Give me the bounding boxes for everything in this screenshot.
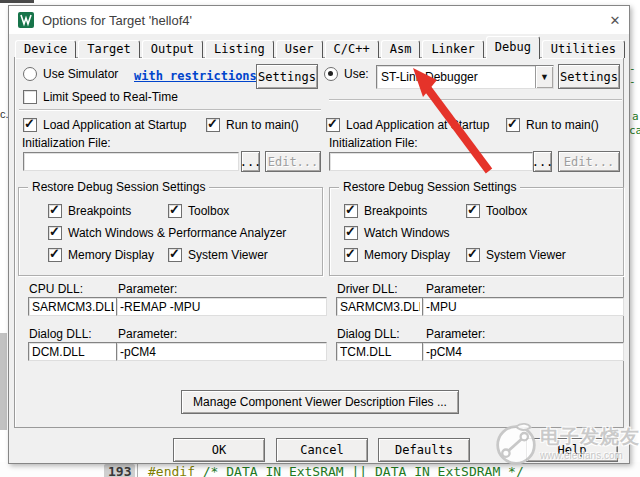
run-to-main-right-checkbox[interactable]: Run to main() xyxy=(506,118,599,132)
tab-output[interactable]: Output xyxy=(142,40,203,58)
init-file-left-input[interactable] xyxy=(23,152,239,171)
dialog-titlebar[interactable]: Options for Target 'hellof4' ✕ xyxy=(9,6,629,34)
code-macro: DATA_IN_ExtSRAM xyxy=(226,464,343,477)
gutter-divider xyxy=(137,462,138,477)
init-file-right-browse-button[interactable]: ... xyxy=(533,151,552,172)
tab-cpp[interactable]: C/C++ xyxy=(325,40,379,58)
init-file-left-browse-button[interactable]: ... xyxy=(241,151,260,172)
background-toolbar-fragment xyxy=(0,0,34,3)
load-app-left-checkbox[interactable]: Load Application at Startup xyxy=(23,118,186,132)
tab-utilities[interactable]: Utilities xyxy=(542,40,625,58)
with-restrictions-link[interactable]: with restrictions xyxy=(134,69,257,83)
driver-dll-label: Driver DLL: xyxy=(337,282,398,296)
group-title: Restore Debug Session Settings xyxy=(339,180,520,194)
watch-windows-right-label: Watch Windows xyxy=(364,226,450,240)
driver-parameter-label: Parameter: xyxy=(426,282,485,296)
tab-user[interactable]: User xyxy=(276,40,323,58)
debugger-settings-button[interactable]: Settings xyxy=(558,64,620,89)
tab-target[interactable]: Target xyxy=(78,40,139,58)
checkbox-box xyxy=(466,204,480,218)
defaults-button[interactable]: Defaults xyxy=(378,438,470,462)
system-viewer-right-checkbox[interactable]: System Viewer xyxy=(466,248,566,262)
code-comment-close: */ xyxy=(508,464,524,477)
chevron-down-icon[interactable]: ▼ xyxy=(535,66,553,88)
checkbox-box xyxy=(48,248,62,262)
driver-dll-input[interactable] xyxy=(336,297,424,316)
use-debugger-radio[interactable]: Use: xyxy=(324,67,369,81)
radio-circle xyxy=(23,67,37,81)
background-code-fragment: ca xyxy=(629,124,640,137)
watch-windows-left-checkbox[interactable]: Watch Windows & Performance Analyzer xyxy=(48,226,286,240)
cpu-parameter-input[interactable] xyxy=(116,297,327,316)
code-operator: || xyxy=(352,464,368,477)
checkbox-box xyxy=(168,204,182,218)
debugger-selected-value: ST-Link Debugger xyxy=(377,70,535,84)
checkbox-box xyxy=(23,90,37,104)
separator xyxy=(19,109,321,110)
ok-button[interactable]: OK xyxy=(173,438,265,462)
system-viewer-left-checkbox[interactable]: System Viewer xyxy=(168,248,268,262)
tab-debug[interactable]: Debug xyxy=(486,36,540,59)
run-to-main-left-checkbox[interactable]: Run to main() xyxy=(206,118,299,132)
limit-speed-label: Limit Speed to Real-Time xyxy=(43,90,178,104)
simulator-settings-button[interactable]: Settings xyxy=(256,64,318,89)
tab-asm[interactable]: Asm xyxy=(381,40,421,58)
background-code-editor-line: 193 #endif /* DATA_IN_ExtSRAM || DATA_IN… xyxy=(0,462,640,477)
toolbox-left-checkbox[interactable]: Toolbox xyxy=(168,204,229,218)
breakpoints-left-label: Breakpoints xyxy=(68,204,131,218)
help-button[interactable]: Help xyxy=(526,438,618,462)
system-viewer-left-label: System Viewer xyxy=(188,248,268,262)
checkbox-box xyxy=(344,226,358,240)
checkbox-box xyxy=(23,118,37,132)
separator xyxy=(329,99,622,100)
breakpoints-right-checkbox[interactable]: Breakpoints xyxy=(344,204,427,218)
use-simulator-label: Use Simulator xyxy=(43,67,118,81)
init-file-left-edit-button: Edit... xyxy=(265,151,321,172)
memory-display-right-checkbox[interactable]: Memory Display xyxy=(344,248,450,262)
driver-parameter-input[interactable] xyxy=(422,297,624,316)
background-code-fragment: a xyxy=(632,110,639,123)
memory-display-left-label: Memory Display xyxy=(68,248,154,262)
cancel-button[interactable]: Cancel xyxy=(276,438,368,462)
toolbox-left-label: Toolbox xyxy=(188,204,229,218)
dialog-parameter-left-input[interactable] xyxy=(116,342,327,361)
checkbox-box xyxy=(326,118,340,132)
watch-windows-left-label: Watch Windows & Performance Analyzer xyxy=(68,226,286,240)
checkbox-box xyxy=(506,118,520,132)
checkbox-box xyxy=(344,248,358,262)
system-viewer-right-label: System Viewer xyxy=(486,248,566,262)
dialog-dll-right-input[interactable] xyxy=(336,342,424,361)
use-simulator-radio[interactable]: Use Simulator xyxy=(23,67,118,81)
tab-listing[interactable]: Listing xyxy=(205,40,274,58)
line-number: 193 xyxy=(104,464,135,477)
memory-display-left-checkbox[interactable]: Memory Display xyxy=(48,248,154,262)
use-label: Use: xyxy=(344,67,369,81)
dialog-dll-right-label: Dialog DLL: xyxy=(337,327,400,341)
cpu-dll-input[interactable] xyxy=(28,297,118,316)
breakpoints-left-checkbox[interactable]: Breakpoints xyxy=(48,204,131,218)
manage-component-viewer-button[interactable]: Manage Component Viewer Description File… xyxy=(181,390,459,414)
dialog-dll-left-input[interactable] xyxy=(28,342,118,361)
memory-display-right-label: Memory Display xyxy=(364,248,450,262)
code-directive: #endif xyxy=(148,464,195,477)
dialog-parameter-right-input[interactable] xyxy=(422,342,624,361)
load-app-right-checkbox[interactable]: Load Application at Startup xyxy=(326,118,489,132)
init-file-right-input[interactable] xyxy=(329,152,533,171)
code-comment-open: /* xyxy=(203,464,219,477)
tab-device[interactable]: Device xyxy=(15,40,76,58)
close-icon[interactable]: ✕ xyxy=(603,10,627,30)
checkbox-box xyxy=(168,248,182,262)
cpu-dll-label: CPU DLL: xyxy=(29,282,83,296)
debugger-select[interactable]: ST-Link Debugger ▼ xyxy=(376,65,554,89)
limit-speed-checkbox[interactable]: Limit Speed to Real-Time xyxy=(23,90,178,104)
init-file-left-label: Initialization File: xyxy=(22,136,111,150)
checkbox-box xyxy=(48,226,62,240)
toolbox-right-label: Toolbox xyxy=(486,204,527,218)
load-app-left-label: Load Application at Startup xyxy=(43,118,186,132)
watch-windows-right-checkbox[interactable]: Watch Windows xyxy=(344,226,450,240)
load-app-right-label: Load Application at Startup xyxy=(346,118,489,132)
dialog-parameter-left-label: Parameter: xyxy=(118,327,177,341)
toolbox-right-checkbox[interactable]: Toolbox xyxy=(466,204,527,218)
tab-linker[interactable]: Linker xyxy=(422,40,483,58)
keil-uvision-icon xyxy=(18,12,34,28)
